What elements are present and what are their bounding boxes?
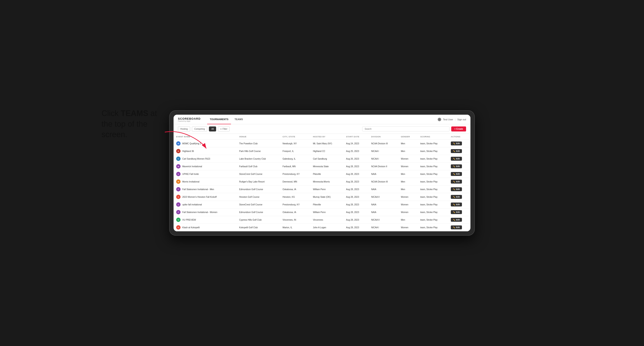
edit-icon-10: ✏️ bbox=[453, 219, 455, 221]
settings-icon[interactable]: ⚙ bbox=[438, 118, 441, 121]
edit-icon-3: ✏️ bbox=[453, 166, 455, 168]
edit-button-7[interactable]: ✏️ Edit bbox=[451, 195, 462, 199]
cell-event-name-10: V VU PREVIEW bbox=[174, 216, 237, 224]
col-event-name: EVENT NAME bbox=[174, 134, 237, 140]
hosting-filter-button[interactable]: Hosting bbox=[178, 127, 190, 132]
edit-button-1[interactable]: ✏️ Edit bbox=[451, 149, 462, 153]
cell-scoring-8: team, Stroke Play bbox=[418, 201, 448, 208]
nav-right: ⚙ Test User | Sign out bbox=[438, 118, 466, 121]
cell-venue-7: Hesston Golf Course bbox=[237, 193, 280, 201]
sign-out-link[interactable]: Sign out bbox=[457, 118, 466, 121]
tab-teams[interactable]: TEAMS bbox=[232, 115, 246, 124]
filter-button[interactable]: ≡ Filter bbox=[218, 127, 230, 132]
event-name-text-2: Carl Sandburg Women FA23 bbox=[182, 158, 210, 160]
cell-date-8: Aug 28, 2023 bbox=[344, 201, 368, 208]
logo-area: SCOREBOARD Powered by clippit bbox=[178, 117, 200, 122]
edit-button-6[interactable]: ✏️ Edit bbox=[451, 187, 462, 191]
cell-gender-8: Women bbox=[398, 201, 418, 208]
cell-city-8: Prestonsburg, KY bbox=[280, 201, 310, 208]
table-row: V VU PREVIEW Cypress Hills Golf Club Vin… bbox=[174, 216, 470, 224]
edit-button-5[interactable]: ✏️ Edit bbox=[451, 180, 462, 183]
cell-actions-2: ✏️ Edit bbox=[448, 155, 470, 163]
edit-button-11[interactable]: ✏️ Edit bbox=[451, 225, 462, 229]
col-start-date: START DATE bbox=[344, 134, 368, 140]
cell-division-11: NICAA I bbox=[368, 224, 398, 231]
cell-division-3: NCAA Division II bbox=[368, 163, 398, 170]
cell-actions-11: ✏️ Edit bbox=[448, 224, 470, 231]
cell-date-11: Aug 28, 2023 bbox=[344, 224, 368, 231]
tablet-frame: SCOREBOARD Powered by clippit TOURNAMENT… bbox=[169, 110, 475, 236]
cell-city-9: Oskaloosa, IA bbox=[280, 208, 310, 216]
col-gender: GENDER bbox=[398, 134, 418, 140]
table-row: F Fall Statesmen Invitational - Women Ed… bbox=[174, 208, 470, 216]
edit-button-0[interactable]: ✏️ Edit bbox=[451, 142, 462, 146]
cell-date-10: Aug 28, 2023 bbox=[344, 216, 368, 224]
cell-hosted-6: William Penn bbox=[310, 185, 344, 193]
cell-hosted-3: Minnesota State bbox=[310, 163, 344, 170]
cell-scoring-10: team, Stroke Play bbox=[418, 216, 448, 224]
edit-label-6: Edit bbox=[456, 188, 460, 190]
cell-actions-5: ✏️ Edit bbox=[448, 178, 470, 185]
cell-event-name-3: M Maverick Invitational bbox=[174, 163, 237, 170]
edit-icon-7: ✏️ bbox=[453, 196, 455, 198]
col-division: DIVISION bbox=[368, 134, 398, 140]
event-name-text-10: VU PREVIEW bbox=[182, 219, 196, 221]
cell-actions-1: ✏️ Edit bbox=[448, 147, 470, 155]
header-row: EVENT NAME VENUE CITY, STATE HOSTED BY S… bbox=[174, 134, 470, 140]
user-name: Test User bbox=[443, 118, 453, 121]
cell-gender-1: Men bbox=[398, 147, 418, 155]
cell-hosted-10: Vincennes bbox=[310, 216, 344, 224]
table-row: H Highland 36 Park Hills Golf Course Fre… bbox=[174, 147, 470, 155]
cell-city-5: Deerwood, MN bbox=[280, 178, 310, 185]
tab-tournaments[interactable]: TOURNAMENTS bbox=[207, 115, 231, 124]
cell-actions-3: ✏️ Edit bbox=[448, 163, 470, 170]
toolbar: Hosting Competing All ≡ Filter + Create bbox=[174, 124, 470, 134]
create-button[interactable]: + Create bbox=[451, 127, 466, 132]
cell-city-4: Prestonsburg, KY bbox=[280, 170, 310, 178]
cell-venue-8: StoneCrest Golf Course bbox=[237, 201, 280, 208]
event-name-text-9: Fall Statesmen Invitational - Women bbox=[182, 211, 217, 213]
edit-button-4[interactable]: ✏️ Edit bbox=[451, 172, 462, 176]
edit-button-3[interactable]: ✏️ Edit bbox=[451, 165, 462, 168]
cell-date-2: Aug 26, 2023 bbox=[344, 155, 368, 163]
cell-gender-10: Men bbox=[398, 216, 418, 224]
cell-date-9: Aug 28, 2023 bbox=[344, 208, 368, 216]
edit-icon-8: ✏️ bbox=[453, 204, 455, 206]
cell-gender-7: Women bbox=[398, 193, 418, 201]
cell-venue-11: Kokopelli Golf Club bbox=[237, 224, 280, 231]
cell-venue-0: The Powelton Club bbox=[237, 140, 280, 147]
cell-actions-8: ✏️ Edit bbox=[448, 201, 470, 208]
edit-label-3: Edit bbox=[456, 165, 460, 168]
team-icon-8: u bbox=[176, 202, 180, 207]
cell-venue-2: Lake Bracken Country Club bbox=[237, 155, 280, 163]
team-icon-7: 2 bbox=[176, 195, 180, 199]
table-row: F Fall Statesmen Invitational - Men Edmu… bbox=[174, 185, 470, 193]
cell-city-10: Vincennes, IN bbox=[280, 216, 310, 224]
cell-division-5: NCAA Division III bbox=[368, 178, 398, 185]
cell-division-8: NAIA bbox=[368, 201, 398, 208]
edit-button-9[interactable]: ✏️ Edit bbox=[451, 210, 462, 214]
edit-icon-9: ✏️ bbox=[453, 211, 455, 213]
cell-event-name-1: H Highland 36 bbox=[174, 147, 237, 155]
cell-event-name-2: C Carl Sandburg Women FA23 bbox=[174, 155, 237, 163]
all-filter-button[interactable]: All bbox=[209, 127, 216, 132]
cell-venue-1: Park Hills Golf Course bbox=[237, 147, 280, 155]
competing-filter-button[interactable]: Competing bbox=[192, 127, 207, 132]
edit-button-2[interactable]: ✏️ Edit bbox=[451, 157, 462, 161]
cell-venue-3: Faribault Golf Club bbox=[237, 163, 280, 170]
edit-label-8: Edit bbox=[456, 203, 460, 206]
col-scoring: SCORING bbox=[418, 134, 448, 140]
edit-button-10[interactable]: ✏️ Edit bbox=[451, 218, 462, 222]
team-icon-0: M bbox=[176, 141, 180, 146]
table-row: 2 2023 Women's Hesston Fall Kickoff Hess… bbox=[174, 193, 470, 201]
cell-hosted-9: William Penn bbox=[310, 208, 344, 216]
edit-icon-11: ✏️ bbox=[453, 226, 455, 228]
edit-label-4: Edit bbox=[456, 173, 460, 175]
cell-actions-4: ✏️ Edit bbox=[448, 170, 470, 178]
cell-city-1: Freeport, IL bbox=[280, 147, 310, 155]
cell-venue-9: Edmundson Golf Course bbox=[237, 208, 280, 216]
search-input[interactable] bbox=[362, 127, 450, 132]
cell-hosted-5: Minnesota-Morris bbox=[310, 178, 344, 185]
team-icon-5: M bbox=[176, 179, 180, 184]
edit-button-8[interactable]: ✏️ Edit bbox=[451, 202, 462, 206]
